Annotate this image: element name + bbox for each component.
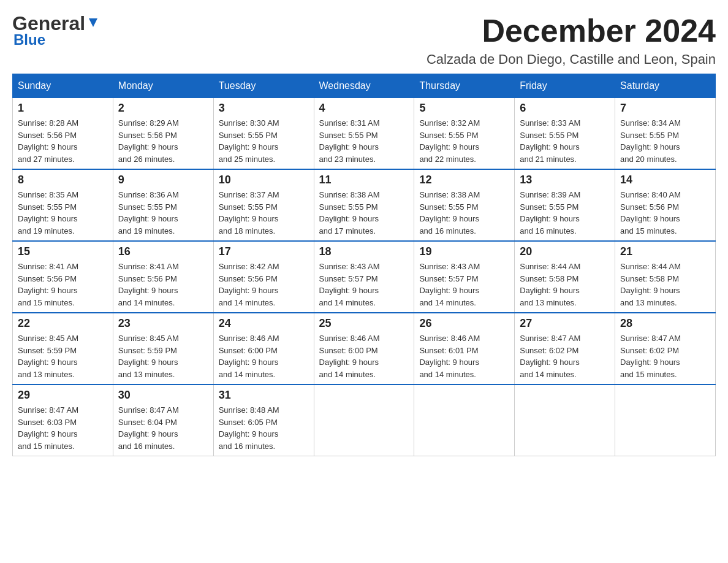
calendar-cell: 4 Sunrise: 8:31 AM Sunset: 5:55 PM Dayli… [314,98,414,170]
calendar-cell [314,385,414,456]
day-info: Sunrise: 8:31 AM Sunset: 5:55 PM Dayligh… [319,117,409,165]
day-info: Sunrise: 8:47 AM Sunset: 6:02 PM Dayligh… [620,332,710,380]
logo-triangle-icon [86,16,100,29]
header-friday: Friday [515,74,615,98]
calendar-cell: 7 Sunrise: 8:34 AM Sunset: 5:55 PM Dayli… [615,98,716,170]
calendar-week-3: 15 Sunrise: 8:41 AM Sunset: 5:56 PM Dayl… [13,241,716,313]
day-info: Sunrise: 8:35 AM Sunset: 5:55 PM Dayligh… [18,189,108,237]
day-number: 6 [520,102,610,115]
calendar-cell: 12 Sunrise: 8:38 AM Sunset: 5:55 PM Dayl… [414,169,515,241]
day-number: 24 [219,317,309,330]
calendar-cell: 29 Sunrise: 8:47 AM Sunset: 6:03 PM Dayl… [13,385,113,456]
calendar-cell: 3 Sunrise: 8:30 AM Sunset: 5:55 PM Dayli… [213,98,314,170]
day-number: 17 [219,245,309,258]
day-info: Sunrise: 8:43 AM Sunset: 5:57 PM Dayligh… [319,261,409,308]
day-number: 8 [18,174,108,186]
day-info: Sunrise: 8:30 AM Sunset: 5:55 PM Dayligh… [219,117,309,165]
day-number: 27 [520,317,610,330]
calendar-cell: 20 Sunrise: 8:44 AM Sunset: 5:58 PM Dayl… [515,241,615,313]
page-header: General Blue December 2024 Calzada de Do… [12,12,716,67]
calendar-cell: 21 Sunrise: 8:44 AM Sunset: 5:58 PM Dayl… [615,241,716,313]
calendar-cell [615,385,716,456]
day-number: 15 [18,245,108,258]
calendar-cell [515,385,615,456]
calendar-cell: 19 Sunrise: 8:43 AM Sunset: 5:57 PM Dayl… [414,241,515,313]
day-info: Sunrise: 8:38 AM Sunset: 5:55 PM Dayligh… [319,189,409,237]
logo: General Blue [12,12,100,48]
day-info: Sunrise: 8:43 AM Sunset: 5:57 PM Dayligh… [419,261,509,308]
title-section: December 2024 Calzada de Don Diego, Cast… [427,12,716,67]
day-info: Sunrise: 8:36 AM Sunset: 5:55 PM Dayligh… [118,189,208,237]
day-number: 30 [118,389,208,402]
day-number: 26 [419,317,509,330]
calendar-header-row: Sunday Monday Tuesday Wednesday Thursday… [13,74,716,98]
day-info: Sunrise: 8:34 AM Sunset: 5:55 PM Dayligh… [620,117,710,165]
day-number: 12 [419,174,509,186]
day-number: 18 [319,245,409,258]
calendar-cell: 23 Sunrise: 8:45 AM Sunset: 5:59 PM Dayl… [113,313,213,385]
calendar-cell: 27 Sunrise: 8:47 AM Sunset: 6:02 PM Dayl… [515,313,615,385]
day-number: 16 [118,245,208,258]
calendar-cell: 9 Sunrise: 8:36 AM Sunset: 5:55 PM Dayli… [113,169,213,241]
month-title: December 2024 [427,12,716,49]
day-info: Sunrise: 8:32 AM Sunset: 5:55 PM Dayligh… [419,117,509,165]
day-number: 19 [419,245,509,258]
day-number: 20 [520,245,610,258]
header-monday: Monday [113,74,213,98]
day-info: Sunrise: 8:42 AM Sunset: 5:56 PM Dayligh… [219,261,309,308]
day-info: Sunrise: 8:45 AM Sunset: 5:59 PM Dayligh… [118,332,208,380]
calendar-week-5: 29 Sunrise: 8:47 AM Sunset: 6:03 PM Dayl… [13,385,716,456]
calendar-cell: 1 Sunrise: 8:28 AM Sunset: 5:56 PM Dayli… [13,98,113,170]
calendar-week-4: 22 Sunrise: 8:45 AM Sunset: 5:59 PM Dayl… [13,313,716,385]
calendar-cell: 17 Sunrise: 8:42 AM Sunset: 5:56 PM Dayl… [213,241,314,313]
day-info: Sunrise: 8:37 AM Sunset: 5:55 PM Dayligh… [219,189,309,237]
calendar-cell: 16 Sunrise: 8:41 AM Sunset: 5:56 PM Dayl… [113,241,213,313]
header-tuesday: Tuesday [213,74,314,98]
day-info: Sunrise: 8:46 AM Sunset: 6:00 PM Dayligh… [319,332,409,380]
calendar-cell: 5 Sunrise: 8:32 AM Sunset: 5:55 PM Dayli… [414,98,515,170]
day-number: 11 [319,174,409,186]
calendar-cell: 25 Sunrise: 8:46 AM Sunset: 6:00 PM Dayl… [314,313,414,385]
day-info: Sunrise: 8:47 AM Sunset: 6:04 PM Dayligh… [118,404,208,452]
day-number: 23 [118,317,208,330]
calendar-week-1: 1 Sunrise: 8:28 AM Sunset: 5:56 PM Dayli… [13,98,716,170]
day-info: Sunrise: 8:39 AM Sunset: 5:55 PM Dayligh… [520,189,610,237]
calendar-cell: 13 Sunrise: 8:39 AM Sunset: 5:55 PM Dayl… [515,169,615,241]
day-number: 7 [620,102,710,115]
day-info: Sunrise: 8:48 AM Sunset: 6:05 PM Dayligh… [219,404,309,452]
day-number: 29 [18,389,108,402]
header-saturday: Saturday [615,74,716,98]
day-number: 14 [620,174,710,186]
header-sunday: Sunday [13,74,113,98]
calendar-cell: 31 Sunrise: 8:48 AM Sunset: 6:05 PM Dayl… [213,385,314,456]
calendar-cell: 14 Sunrise: 8:40 AM Sunset: 5:56 PM Dayl… [615,169,716,241]
day-info: Sunrise: 8:47 AM Sunset: 6:03 PM Dayligh… [18,404,108,452]
day-info: Sunrise: 8:28 AM Sunset: 5:56 PM Dayligh… [18,117,108,165]
day-info: Sunrise: 8:38 AM Sunset: 5:55 PM Dayligh… [419,189,509,237]
calendar-cell: 10 Sunrise: 8:37 AM Sunset: 5:55 PM Dayl… [213,169,314,241]
day-number: 5 [419,102,509,115]
svg-marker-0 [89,18,97,27]
day-info: Sunrise: 8:46 AM Sunset: 6:00 PM Dayligh… [219,332,309,380]
day-info: Sunrise: 8:41 AM Sunset: 5:56 PM Dayligh… [118,261,208,308]
location-title: Calzada de Don Diego, Castille and Leon,… [427,52,716,67]
day-info: Sunrise: 8:47 AM Sunset: 6:02 PM Dayligh… [520,332,610,380]
calendar-cell: 8 Sunrise: 8:35 AM Sunset: 5:55 PM Dayli… [13,169,113,241]
calendar-cell: 18 Sunrise: 8:43 AM Sunset: 5:57 PM Dayl… [314,241,414,313]
day-info: Sunrise: 8:33 AM Sunset: 5:55 PM Dayligh… [520,117,610,165]
header-thursday: Thursday [414,74,515,98]
calendar-cell: 30 Sunrise: 8:47 AM Sunset: 6:04 PM Dayl… [113,385,213,456]
calendar-cell: 15 Sunrise: 8:41 AM Sunset: 5:56 PM Dayl… [13,241,113,313]
day-number: 13 [520,174,610,186]
day-info: Sunrise: 8:41 AM Sunset: 5:56 PM Dayligh… [18,261,108,308]
day-info: Sunrise: 8:29 AM Sunset: 5:56 PM Dayligh… [118,117,208,165]
calendar-cell: 2 Sunrise: 8:29 AM Sunset: 5:56 PM Dayli… [113,98,213,170]
header-wednesday: Wednesday [314,74,414,98]
day-number: 10 [219,174,309,186]
day-number: 22 [18,317,108,330]
calendar-week-2: 8 Sunrise: 8:35 AM Sunset: 5:55 PM Dayli… [13,169,716,241]
calendar-cell: 6 Sunrise: 8:33 AM Sunset: 5:55 PM Dayli… [515,98,615,170]
logo-blue-text: Blue [13,31,45,48]
day-number: 1 [18,102,108,115]
day-info: Sunrise: 8:44 AM Sunset: 5:58 PM Dayligh… [620,261,710,308]
